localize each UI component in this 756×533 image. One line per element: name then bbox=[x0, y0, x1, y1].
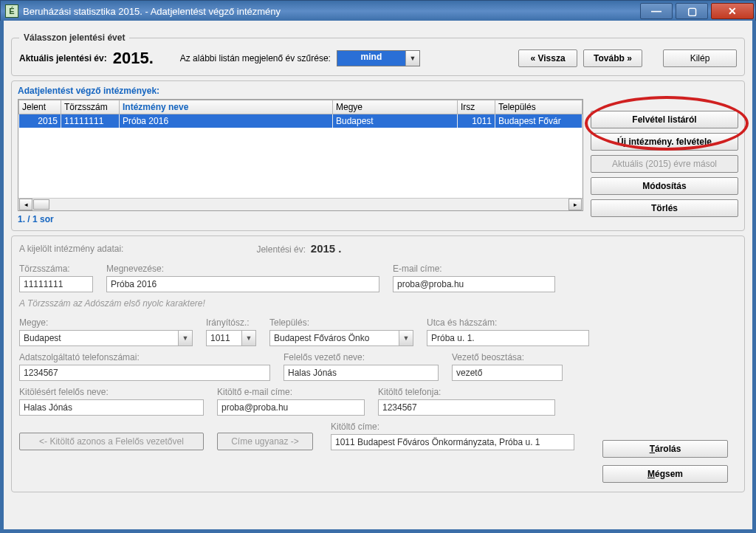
col-jelent[interactable]: Jelent bbox=[19, 100, 61, 114]
col-telepules[interactable]: Település bbox=[495, 100, 583, 114]
col-megye[interactable]: Megye bbox=[333, 100, 458, 114]
label-vezeto-neve: Felelős vezető neve: bbox=[284, 352, 439, 362]
copy-address-button[interactable]: Címe ugyanaz -> bbox=[217, 433, 313, 450]
year-filter-value: mind bbox=[337, 51, 405, 66]
institution-detail-panel: A kijelölt intézmény adatai: Jelentési é… bbox=[11, 235, 745, 492]
input-email[interactable] bbox=[393, 276, 555, 292]
label-kitolto-cim: Kitöltő címe: bbox=[331, 422, 574, 432]
col-irsz[interactable]: Irsz bbox=[458, 100, 495, 114]
label-kitolto-tel: Kitöltő telefonja: bbox=[378, 387, 555, 397]
label-adatszolg-tel: Adatszolgáltató telefonszámai: bbox=[19, 352, 270, 362]
year-filter-select[interactable]: mind ▼ bbox=[337, 50, 420, 66]
modify-button[interactable]: Módosítás bbox=[591, 177, 738, 195]
chevron-down-icon: ▼ bbox=[405, 51, 419, 66]
label-torzsszam: Törzsszáma: bbox=[19, 264, 93, 274]
chevron-down-icon: ▼ bbox=[399, 330, 413, 346]
institutions-grid[interactable]: Jelent Törzsszám Intézmény neve Megye Ir… bbox=[18, 99, 583, 211]
label-iranyitoszam: Irányítósz.: bbox=[206, 317, 256, 328]
exit-button[interactable]: Kilép bbox=[663, 49, 737, 67]
filter-label: Az alábbi listán megjelenő év szűrése: bbox=[180, 53, 331, 63]
copy-from-vezeto-button[interactable]: <- Kitöltő azonos a Felelős vezetővel bbox=[19, 433, 204, 450]
col-intezmeny-neve[interactable]: Intézmény neve bbox=[120, 100, 333, 114]
chevron-down-icon: ▼ bbox=[178, 330, 193, 346]
label-kitolto-neve: Kitölésért felelős neve: bbox=[19, 387, 204, 397]
input-adatszolg-tel[interactable] bbox=[19, 365, 270, 381]
input-torzsszam[interactable] bbox=[19, 276, 93, 292]
scroll-right-button[interactable]: ▸ bbox=[568, 199, 582, 210]
label-megnevezes: Megnevezése: bbox=[106, 264, 379, 274]
detail-header-label: A kijelölt intézmény adatai: bbox=[19, 244, 123, 254]
cell-megye: Budapest bbox=[333, 114, 458, 128]
save-button[interactable]: Tárolás bbox=[602, 440, 728, 458]
delete-button[interactable]: Törlés bbox=[591, 199, 738, 217]
cancel-button[interactable]: Mégsem bbox=[602, 465, 728, 483]
copy-to-current-year-button[interactable]: Aktuális (2015) évre másol bbox=[591, 155, 738, 173]
label-utca: Utca és házszám: bbox=[427, 317, 589, 328]
cell-irsz: 1011 bbox=[458, 114, 495, 128]
input-megye[interactable] bbox=[19, 330, 178, 346]
year-group-legend: Válasszon jelentési évet bbox=[19, 32, 129, 43]
app-icon: É bbox=[5, 4, 18, 18]
cell-telep: Budapest Fővár bbox=[495, 114, 583, 128]
chevron-down-icon: ▼ bbox=[241, 330, 256, 346]
year-group: Válasszon jelentési évet Aktuális jelent… bbox=[11, 32, 745, 76]
institutions-panel: Adatjelentést végző intézmények: Jelent … bbox=[11, 80, 745, 231]
input-megnevezes[interactable] bbox=[106, 276, 379, 292]
add-from-list-button[interactable]: Felvétel listáról bbox=[591, 111, 738, 128]
close-button[interactable]: ✕ bbox=[711, 3, 754, 19]
label-telepules: Település: bbox=[269, 317, 413, 328]
input-kitolto-neve[interactable] bbox=[19, 399, 204, 416]
torzsszam-note: A Törzsszám az Adószám első nyolc karakt… bbox=[19, 298, 737, 309]
combo-megye[interactable]: ▼ bbox=[19, 330, 193, 346]
combo-iranyitoszam[interactable]: ▼ bbox=[206, 330, 256, 346]
label-vezeto-beosztas: Vezető beosztása: bbox=[452, 352, 563, 362]
grid-horizontal-scrollbar[interactable]: ◂ ▸ bbox=[18, 198, 583, 210]
row-counter: 1. / 1 sor bbox=[18, 214, 583, 224]
input-kitolto-tel[interactable] bbox=[378, 399, 555, 416]
label-megye: Megye: bbox=[19, 317, 193, 328]
input-vezeto-beosztas[interactable] bbox=[452, 365, 563, 381]
input-iranyitoszam[interactable] bbox=[206, 330, 241, 346]
scroll-left-button[interactable]: ◂ bbox=[19, 199, 32, 210]
col-torzsszam[interactable]: Törzsszám bbox=[61, 100, 120, 114]
input-kitolto-email[interactable] bbox=[217, 399, 365, 416]
detail-year-label: Jelentési év: bbox=[256, 244, 306, 255]
current-year-label: Aktuális jelentési év: bbox=[19, 53, 107, 63]
label-kitolto-email: Kitöltő e-mail címe: bbox=[217, 387, 365, 397]
titlebar: É Beruházási statisztika 2015. - Adatjel… bbox=[0, 0, 756, 22]
maximize-button[interactable]: ▢ bbox=[676, 3, 708, 19]
minimize-button[interactable]: — bbox=[640, 3, 673, 19]
add-new-institution-button[interactable]: Új intézmény. felvétele bbox=[591, 133, 738, 151]
combo-telepules[interactable]: ▼ bbox=[269, 330, 413, 346]
label-email: E-mail címe: bbox=[393, 264, 555, 274]
input-telepules[interactable] bbox=[269, 330, 399, 346]
scroll-thumb[interactable] bbox=[33, 199, 49, 210]
table-row[interactable]: 2015 11111111 Próba 2016 Budapest 1011 B… bbox=[19, 114, 583, 128]
current-year-value: 2015. bbox=[113, 49, 154, 68]
input-kitolto-cim[interactable] bbox=[331, 434, 574, 450]
cell-jelent: 2015 bbox=[19, 114, 61, 128]
cell-nev: Próba 2016 bbox=[120, 114, 333, 128]
cell-torzs: 11111111 bbox=[61, 114, 120, 128]
window-title: Beruházási statisztika 2015. - Adatjelen… bbox=[23, 6, 281, 17]
institutions-title: Adatjelentést végző intézmények: bbox=[18, 86, 738, 96]
input-vezeto-neve[interactable] bbox=[284, 365, 439, 381]
next-button[interactable]: Tovább » bbox=[583, 49, 642, 67]
detail-year-value: 2015 . bbox=[311, 242, 342, 255]
input-utca[interactable] bbox=[427, 330, 589, 346]
back-button[interactable]: « Vissza bbox=[518, 49, 577, 67]
